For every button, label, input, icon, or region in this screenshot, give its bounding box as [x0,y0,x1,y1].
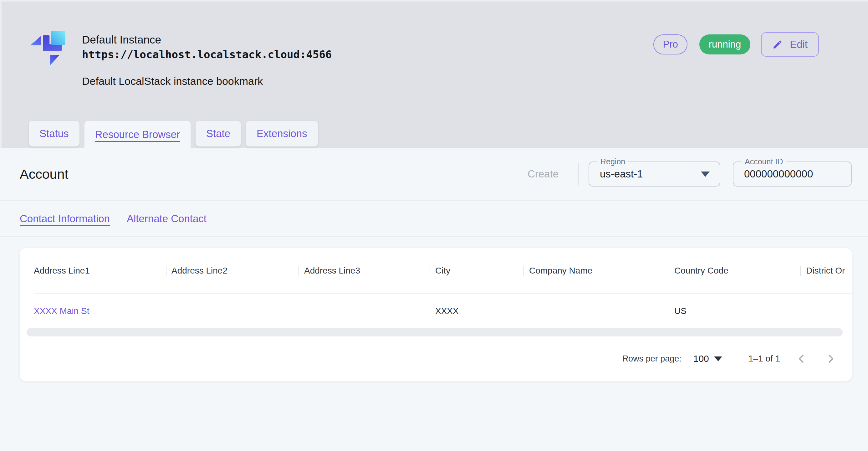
cell-city: XXXX [430,306,524,316]
account-id-value: 000000000000 [744,168,813,180]
contact-information-table-card: Address Line1 Address Line2 Address Line… [20,248,852,381]
header-actions: Pro running Edit [653,32,819,57]
instance-description: Default LocalStack instance bookmark [82,75,332,87]
column-header[interactable]: Address Line1 [34,266,166,276]
create-button[interactable]: Create [528,168,559,180]
column-header[interactable]: Address Line3 [299,266,430,276]
instance-url: https://localhost.localstack.cloud:4566 [82,47,332,62]
resource-bar: Account Create Region us-east-1 Account … [0,148,868,201]
subtab-alternate-contact[interactable]: Alternate Contact [127,213,207,225]
subtab-contact-information[interactable]: Contact Information [20,213,110,225]
account-id-field[interactable]: Account ID 000000000000 [733,161,852,186]
table-row[interactable]: XXXX Main St XXXX US [34,294,852,329]
vertical-divider [578,163,579,185]
instance-info: Default Instance https://localhost.local… [82,33,332,87]
chevron-right-icon [824,353,837,365]
column-header[interactable]: Country Code [669,266,800,276]
pagination-range: 1–1 of 1 [748,354,780,364]
edit-button-label: Edit [790,38,808,50]
region-select[interactable]: Region us-east-1 [589,161,720,186]
cell-country-code: US [669,306,800,316]
account-id-label: Account ID [742,157,786,166]
rows-per-page-value: 100 [693,353,709,364]
horizontal-scrollbar[interactable] [27,328,843,336]
tab-status[interactable]: Status [29,121,80,147]
column-header[interactable]: City [430,266,524,276]
column-header[interactable]: Address Line2 [166,266,299,276]
tab-resource-browser[interactable]: Resource Browser [85,121,191,148]
tab-extensions[interactable]: Extensions [246,121,318,147]
main-tabs: Status Resource Browser State Extensions [29,121,318,148]
cell-address-line1-link[interactable]: XXXX Main St [34,306,166,316]
column-header[interactable]: Company Name [524,266,669,276]
tab-extensions-label: Extensions [256,128,307,140]
page-title: Account [20,167,68,182]
previous-page-button[interactable] [794,351,809,366]
status-badge: running [699,34,750,55]
tab-status-label: Status [39,128,69,140]
tab-state[interactable]: State [195,121,241,147]
table-header-row: Address Line1 Address Line2 Address Line… [34,248,852,294]
pagination: Rows per page: 100 1–1 of 1 [622,336,838,381]
pencil-icon [772,39,783,50]
edit-button[interactable]: Edit [761,32,819,57]
column-header[interactable]: District Or [800,266,852,276]
account-subtabs: Contact Information Alternate Contact [0,201,868,237]
instance-title: Default Instance [82,33,332,47]
region-select-label: Region [597,157,628,166]
tab-state-label: State [206,128,230,140]
dropdown-caret-icon [714,357,722,361]
rows-per-page-select[interactable]: 100 [693,353,722,364]
dropdown-arrow-icon [701,172,710,177]
instance-header: Default Instance https://localhost.local… [0,0,868,148]
tab-resource-browser-label: Resource Browser [95,129,180,141]
region-select-value: us-east-1 [600,168,643,180]
localstack-logo [30,30,65,67]
rows-per-page-label: Rows per page: [622,354,682,364]
chevron-left-icon [796,353,808,365]
resource-controls: Create Region us-east-1 Account ID 00000… [528,161,852,186]
pro-badge: Pro [653,34,687,55]
next-page-button[interactable] [823,351,838,366]
